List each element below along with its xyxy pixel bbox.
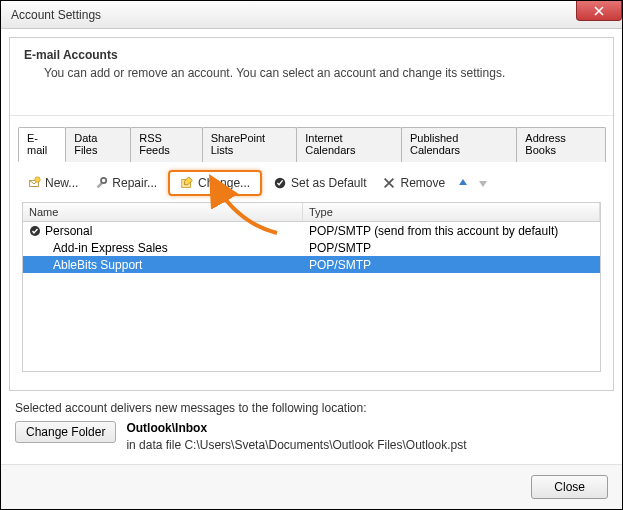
delivery-folder: Outlook\Inbox (126, 421, 207, 435)
repair-icon (94, 176, 108, 190)
move-down-button[interactable] (476, 176, 490, 190)
tab-email[interactable]: E-mail (18, 127, 66, 162)
dialog-footer: Close (1, 464, 622, 509)
header-area: E-mail Accounts You can add or remove an… (10, 38, 613, 116)
col-name[interactable]: Name (23, 203, 303, 221)
toolbar: New... Repair... Change... Set as Defaul… (10, 162, 613, 202)
accounts-table: Name Type Personal POP/SMTP (send from t… (22, 202, 601, 372)
tabstrip: E-mail Data Files RSS Feeds SharePoint L… (18, 116, 605, 162)
tab-sharepoint[interactable]: SharePoint Lists (202, 127, 298, 162)
remove-label: Remove (400, 176, 445, 190)
table-row[interactable]: Add-in Express Sales POP/SMTP (23, 239, 600, 256)
delivery-datafile-prefix: in data file (126, 438, 184, 452)
close-icon (594, 6, 604, 16)
col-type[interactable]: Type (303, 203, 600, 221)
set-default-button[interactable]: Set as Default (268, 173, 371, 193)
delivery-datafile: C:\Users\Sveta\Documents\Outlook Files\O… (184, 438, 466, 452)
new-button[interactable]: New... (22, 173, 83, 193)
change-folder-button[interactable]: Change Folder (15, 421, 116, 443)
repair-button[interactable]: Repair... (89, 173, 162, 193)
change-icon (180, 176, 194, 190)
tab-addressbooks[interactable]: Address Books (516, 127, 606, 162)
row-name: Add-in Express Sales (53, 241, 168, 255)
check-circle-icon (273, 176, 287, 190)
table-row[interactable]: AbleBits Support POP/SMTP (23, 256, 600, 273)
header-subtitle: You can add or remove an account. You ca… (24, 66, 599, 80)
row-name: Personal (45, 224, 92, 238)
window-title: Account Settings (11, 8, 101, 22)
delivery-path: Outlook\Inbox in data file C:\Users\Svet… (126, 421, 466, 452)
window-close-button[interactable] (576, 1, 622, 21)
close-button[interactable]: Close (531, 475, 608, 499)
change-label: Change... (198, 176, 250, 190)
arrow-down-icon (477, 177, 489, 189)
delivery-intro: Selected account delivers new messages t… (15, 401, 608, 415)
new-label: New... (45, 176, 78, 190)
default-check-icon (29, 225, 41, 237)
row-name: AbleBits Support (53, 258, 142, 272)
row-type: POP/SMTP (303, 241, 600, 255)
row-type: POP/SMTP (send from this account by defa… (303, 224, 600, 238)
table-row[interactable]: Personal POP/SMTP (send from this accoun… (23, 222, 600, 239)
table-header: Name Type (23, 203, 600, 222)
header-title: E-mail Accounts (24, 48, 599, 62)
new-icon (27, 176, 41, 190)
content-panel: E-mail Accounts You can add or remove an… (9, 37, 614, 391)
remove-icon (382, 176, 396, 190)
tab-rssfeeds[interactable]: RSS Feeds (130, 127, 203, 162)
tab-datafiles[interactable]: Data Files (65, 127, 131, 162)
remove-button[interactable]: Remove (377, 173, 450, 193)
svg-point-1 (35, 177, 40, 182)
set-default-label: Set as Default (291, 176, 366, 190)
svg-point-2 (101, 178, 106, 183)
move-up-button[interactable] (456, 176, 470, 190)
table-body: Personal POP/SMTP (send from this accoun… (23, 222, 600, 273)
arrow-up-icon (457, 177, 469, 189)
repair-label: Repair... (112, 176, 157, 190)
row-type: POP/SMTP (303, 258, 600, 272)
titlebar: Account Settings (1, 1, 622, 29)
tab-internetcal[interactable]: Internet Calendars (296, 127, 402, 162)
tab-publishedcal[interactable]: Published Calendars (401, 127, 517, 162)
change-button[interactable]: Change... (168, 170, 262, 196)
delivery-location: Selected account delivers new messages t… (1, 401, 622, 452)
